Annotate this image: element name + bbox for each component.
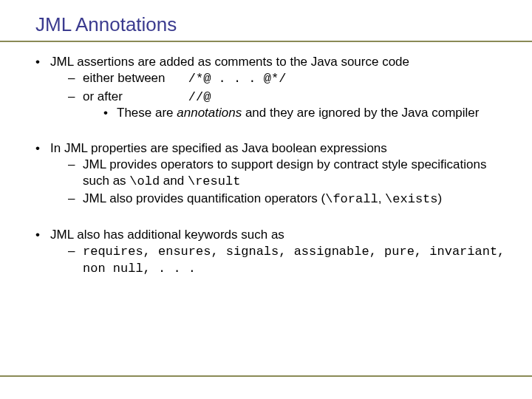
bullet-1-sub-2-code: //@ — [188, 89, 211, 106]
bullet-group-1: JML assertions are added as comments to … — [35, 54, 511, 121]
bullet-2-sub-1: JML provides operators to support design… — [68, 157, 511, 190]
bullet-1-sub-3: These are annotations and they are ignor… — [103, 105, 511, 121]
slide-content: JML assertions are added as comments to … — [35, 54, 511, 276]
bullet-3-sub: requires, ensures, signals, assignable, … — [50, 243, 511, 277]
bullet-3: JML also has additional keywords such as… — [35, 227, 511, 276]
bullet-2-sub-1-code2: \result — [188, 174, 240, 188]
bullet-2-sub-1-code1: \old — [129, 174, 160, 188]
bullet-2-sub: JML provides operators to support design… — [50, 157, 511, 208]
title-rule — [0, 41, 532, 42]
bullet-2-sub-2-code1: \forall — [325, 192, 378, 206]
bullet-1: JML assertions are added as comments to … — [35, 54, 511, 121]
bullet-2-sub-2-code2: \exists — [385, 192, 437, 206]
bullet-1-sub: either between /*@ . . . @*/ or after //… — [50, 70, 511, 121]
bullet-1-sub-1-code: /*@ . . . @*/ — [188, 71, 287, 87]
bullet-2-sub-2-end: ) — [438, 191, 443, 205]
bullet-3-sub-1-code: requires, ensures, signals, assignable, … — [83, 245, 505, 276]
slide: JML Annotations JML assertions are added… — [0, 0, 532, 399]
bullet-1-text: JML assertions are added as comments to … — [50, 55, 409, 69]
bullet-1-sub-3c: and they are ignored by the Java compile… — [242, 106, 479, 120]
bullet-3-text: JML also has additional keywords such as — [50, 228, 284, 242]
bullet-1-sub-3b: annotations — [177, 106, 242, 120]
slide-title: JML Annotations — [35, 13, 511, 36]
bullet-2-sub-2a: JML also provides quantification operato… — [83, 191, 325, 205]
bullet-group-2: In JML properties are specified as Java … — [35, 140, 511, 208]
bullet-1-sub-3-list: These are annotations and they are ignor… — [83, 105, 511, 121]
bullet-2-sub-2-mid: , — [378, 191, 385, 205]
bullet-1-sub-1: either between /*@ . . . @*/ — [68, 70, 511, 87]
bullet-1-sub-1-label: either between — [83, 70, 179, 86]
bullet-2: In JML properties are specified as Java … — [35, 140, 511, 208]
bullet-1-sub-2: or after //@ These are annotations and t… — [68, 89, 511, 122]
bullet-2-sub-1-mid: and — [160, 174, 188, 188]
footer-rule — [0, 375, 532, 377]
bullet-1-sub-3a: These are — [117, 106, 177, 120]
bullet-group-3: JML also has additional keywords such as… — [35, 227, 511, 276]
bullet-1-sub-2-label: or after — [83, 89, 179, 105]
bullet-2-text: In JML properties are specified as Java … — [50, 141, 387, 155]
bullet-3-sub-1: requires, ensures, signals, assignable, … — [68, 243, 511, 277]
bullet-2-sub-2: JML also provides quantification operato… — [68, 191, 511, 208]
